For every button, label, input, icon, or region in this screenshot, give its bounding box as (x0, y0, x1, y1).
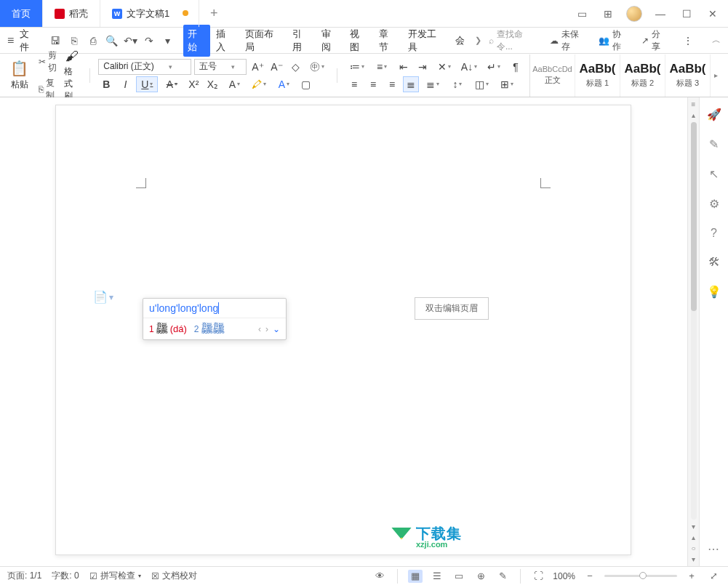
align-right-icon[interactable]: ≡ (384, 76, 400, 92)
save-as-icon[interactable]: ⎘ (66, 33, 82, 49)
page-indicator[interactable]: 页面: 1/1 (7, 570, 41, 582)
layout-switch-icon[interactable]: ▭ (574, 6, 590, 22)
print-icon[interactable]: ⎙ (85, 33, 101, 49)
clear-format-icon[interactable]: ◇ (287, 59, 303, 75)
print-layout-icon[interactable]: ▦ (408, 570, 423, 583)
share-button[interactable]: ↗分享 (641, 28, 669, 53)
ime-prev-icon[interactable]: ‹ (258, 324, 261, 334)
more-quick-icon[interactable]: ▾ (160, 33, 176, 49)
line-spacing-icon[interactable]: ↕▾ (447, 76, 468, 92)
scroll-top-icon[interactable]: ≡ (692, 100, 696, 108)
page[interactable] (55, 105, 631, 555)
tab-chapter[interactable]: 章节 (375, 25, 402, 57)
style-heading2[interactable]: AaBb(标题 2 (620, 55, 665, 97)
paste-button[interactable]: 📋 粘贴 (7, 58, 31, 92)
shrink-font-icon[interactable]: A⁻ (268, 59, 284, 75)
fullscreen-icon[interactable]: ⤢ (706, 570, 721, 583)
print-preview-icon[interactable]: 🔍 (104, 33, 120, 49)
outline-view-icon[interactable]: ☰ (430, 570, 444, 583)
zoom-slider[interactable] (604, 575, 677, 577)
focus-view-icon[interactable]: ✎ (495, 570, 510, 583)
file-menu[interactable]: 文件 (20, 28, 39, 54)
zoom-out-button[interactable]: − (583, 570, 597, 583)
help-icon[interactable]: ? (711, 227, 717, 240)
bold-button[interactable]: B (98, 76, 114, 92)
maximize-button[interactable]: ☐ (679, 6, 695, 22)
font-name-select[interactable]: Calibri (正文)▾ (98, 59, 191, 75)
hamburger-icon[interactable]: ≡ (7, 34, 14, 47)
decrease-indent-icon[interactable]: ⇤ (396, 59, 412, 75)
minimize-button[interactable]: — (652, 6, 668, 22)
distribute-icon[interactable]: ≣▾ (422, 76, 444, 92)
pencil-icon[interactable]: ✎ (709, 137, 719, 151)
save-icon[interactable]: 🖫 (47, 33, 63, 49)
align-left-icon[interactable]: ≡ (346, 76, 362, 92)
header-edit-hint[interactable]: 双击编辑页眉 (415, 297, 489, 320)
tab-document[interactable]: W文字文稿1 (100, 0, 199, 27)
align-justify-icon[interactable]: ≣ (403, 76, 419, 92)
tab-add-button[interactable]: + (199, 0, 228, 27)
cursor-icon[interactable]: ↖ (709, 167, 719, 181)
scroll-up-icon[interactable]: ▴ (692, 111, 695, 119)
line-break-icon[interactable]: ↵▾ (483, 59, 505, 75)
grow-font-icon[interactable]: A⁺ (249, 59, 265, 75)
word-count[interactable]: 字数: 0 (52, 570, 79, 582)
next-page-icon[interactable]: ▾ (692, 555, 695, 563)
undo-icon[interactable]: ↶▾ (122, 33, 138, 49)
ime-candidate-1[interactable]: 1龘(dá) (149, 321, 187, 336)
avatar[interactable] (626, 6, 642, 22)
close-button[interactable]: ✕ (705, 6, 721, 22)
subscript-button[interactable]: X₂ (204, 76, 220, 92)
style-normal[interactable]: AaBbCcDd正文 (530, 55, 575, 97)
read-view-icon[interactable]: ▭ (452, 570, 466, 583)
font-color-button[interactable]: A▾ (273, 76, 295, 92)
command-search[interactable]: ⌕查找命令... (489, 28, 538, 53)
tab-view[interactable]: 视图 (345, 25, 373, 57)
sort-icon[interactable]: A↓▾ (458, 59, 480, 75)
document-canvas[interactable]: 📄▾ 双击编辑页眉 u'long'long'long 1龘(dá) 2龘龘 ‹›… (0, 97, 687, 566)
tabs-scroll-right-icon[interactable]: ❯ (471, 33, 486, 48)
tab-dev[interactable]: 开发工具 (404, 25, 449, 57)
menu-more-icon[interactable]: ⋮ (680, 33, 696, 49)
increase-indent-icon[interactable]: ⇥ (415, 59, 431, 75)
apps-icon[interactable]: ⊞ (600, 6, 616, 22)
tab-references[interactable]: 引用 (288, 25, 316, 57)
highlight-button[interactable]: 🖍▾ (248, 76, 270, 92)
scroll-down-icon[interactable]: ▾ (692, 523, 695, 530)
tab-start[interactable]: 开始 (183, 25, 211, 57)
show-marks-icon[interactable]: ¶ (508, 59, 524, 75)
side-more-icon[interactable]: ⋯ (708, 542, 721, 556)
settings-sliders-icon[interactable]: ⚙ (709, 197, 719, 211)
style-heading1[interactable]: AaBb(标题 1 (575, 55, 620, 97)
redo-icon[interactable]: ↷ (141, 33, 157, 49)
ime-expand-icon[interactable]: ⌄ (273, 324, 280, 334)
cut-button[interactable]: ✂剪切 (37, 49, 58, 75)
align-center-icon[interactable]: ≡ (365, 76, 381, 92)
prev-page-icon[interactable]: ▴ (692, 533, 695, 541)
web-view-icon[interactable]: ⊕ (473, 570, 488, 583)
proofread-button[interactable]: ☒文档校对 (151, 570, 197, 582)
font-size-select[interactable]: 五号▾ (194, 59, 247, 75)
goto-icon[interactable]: ○ (691, 544, 695, 552)
tab-layout[interactable]: 页面布局 (241, 25, 287, 57)
format-painter-button[interactable]: 🖌 格式刷 (64, 49, 81, 102)
idea-icon[interactable]: 💡 (707, 285, 721, 299)
text-direction-icon[interactable]: ✕▾ (433, 59, 455, 75)
paragraph-tool[interactable]: 📄▾ (93, 290, 113, 304)
collab-button[interactable]: 👥协作 (599, 28, 629, 53)
tab-review[interactable]: 审阅 (317, 25, 345, 57)
scroll-thumb[interactable] (691, 122, 697, 311)
italic-button[interactable]: I (117, 76, 133, 92)
zoom-thumb[interactable] (639, 572, 647, 579)
shading-icon[interactable]: ◫▾ (471, 76, 493, 92)
zoom-in-button[interactable]: + (684, 570, 699, 583)
unsaved-button[interactable]: ☁未保存 (550, 28, 587, 53)
tab-home[interactable]: 首页 (0, 0, 43, 27)
phonetic-guide-icon[interactable]: ㊥▾ (306, 59, 328, 75)
eye-icon[interactable]: 👁 (372, 570, 387, 583)
spellcheck-button[interactable]: ☑拼写检查▾ (89, 570, 141, 582)
borders-icon[interactable]: ⊞▾ (496, 76, 518, 92)
tools-icon[interactable]: 🛠 (708, 256, 720, 269)
underline-button[interactable]: U▾ (136, 76, 158, 92)
tab-docer[interactable]: 稻壳 (43, 0, 100, 27)
